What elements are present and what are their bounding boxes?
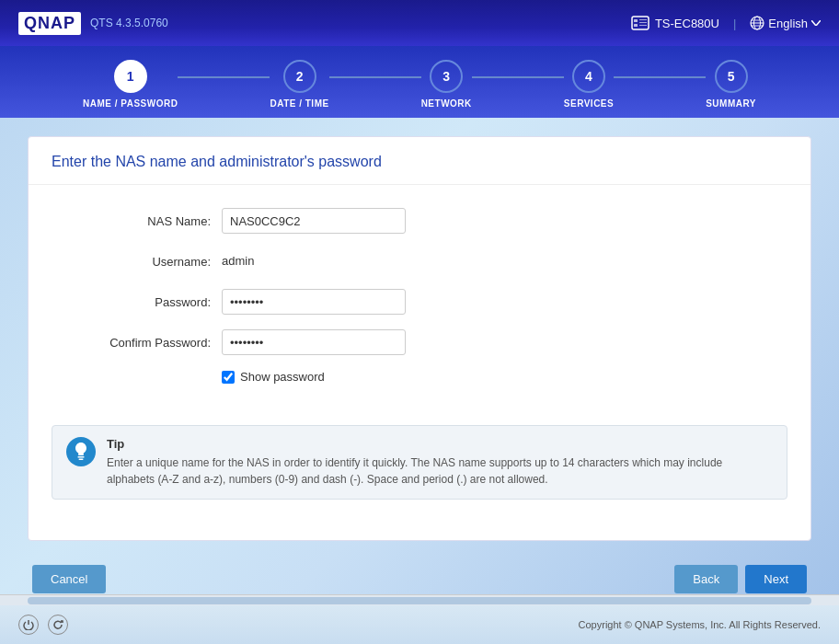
password-row: Password:: [65, 289, 774, 315]
step-1-number: 1: [127, 69, 134, 84]
show-password-label[interactable]: Show password: [240, 370, 325, 384]
copyright-text: Copyright © QNAP Systems, Inc. All Right…: [579, 619, 821, 630]
next-button[interactable]: Next: [745, 565, 807, 593]
footer-area: Copyright © QNAP Systems, Inc. All Right…: [0, 594, 839, 644]
content-header: Enter the NAS name and administrator's p…: [29, 137, 810, 185]
step-4-number: 4: [585, 69, 592, 84]
step-5-label: SUMMARY: [706, 98, 756, 109]
device-name-text: TS-EC880U: [655, 17, 719, 30]
qts-version: QTS 4.3.5.0760: [90, 17, 168, 29]
power-icon[interactable]: [18, 615, 39, 635]
svg-rect-1: [634, 19, 638, 22]
tip-icon: [66, 437, 96, 466]
tip-title: Tip: [107, 437, 773, 451]
nas-icon: [631, 16, 649, 30]
right-buttons: Back Next: [674, 565, 807, 593]
svg-rect-4: [639, 22, 647, 23]
tip-text: Enter a unique name for the NAS in order…: [107, 454, 773, 488]
connector-1-2: [178, 76, 270, 78]
confirm-password-row: Confirm Password:: [65, 329, 774, 355]
scrollbar-thumb[interactable]: [28, 597, 811, 604]
chevron-down-icon: [811, 20, 821, 26]
scrollbar-track[interactable]: [0, 594, 839, 605]
tip-box: Tip Enter a unique name for the NAS in o…: [52, 425, 787, 500]
step-4: 4 SERVICES: [564, 60, 614, 109]
header-right: TS-EC880U | English: [631, 16, 821, 30]
page-title: Enter the NAS name and administrator's p…: [52, 154, 787, 170]
step-5-circle: 5: [715, 60, 748, 93]
password-label: Password:: [65, 295, 222, 309]
step-4-label: SERVICES: [564, 98, 614, 109]
step-5: 5 SUMMARY: [706, 60, 756, 109]
password-input[interactable]: [222, 289, 406, 315]
step-2-label: DATE / TIME: [270, 98, 328, 109]
username-row: Username: admin: [65, 248, 774, 274]
svg-rect-3: [639, 19, 647, 20]
cancel-button[interactable]: Cancel: [32, 565, 106, 593]
svg-rect-5: [639, 25, 647, 26]
language-selector[interactable]: English: [750, 16, 821, 30]
main-content: Enter the NAS name and administrator's p…: [28, 136, 811, 541]
confirm-password-label: Confirm Password:: [65, 336, 222, 350]
footer-bottom: Copyright © QNAP Systems, Inc. All Right…: [0, 605, 839, 644]
connector-4-5: [614, 76, 706, 78]
header-logo: QNAP QTS 4.3.5.0760: [18, 12, 168, 35]
svg-rect-2: [634, 24, 638, 27]
refresh-icon[interactable]: [48, 615, 68, 635]
svg-rect-11: [78, 456, 85, 458]
step-3-circle: 3: [430, 60, 463, 93]
connector-2-3: [329, 76, 421, 78]
header-divider: |: [733, 17, 736, 30]
step-3-number: 3: [442, 69, 450, 84]
connector-3-4: [472, 76, 564, 78]
username-value: admin: [222, 248, 254, 274]
header: QNAP QTS 4.3.5.0760 TS-EC880U |: [0, 0, 839, 46]
username-label: Username:: [65, 255, 222, 269]
qnap-logo-text: QNAP: [18, 12, 81, 35]
footer-icons: [18, 615, 68, 635]
step-2-circle: 2: [283, 60, 316, 93]
content-body: NAS Name: Username: admin Password: Conf…: [29, 185, 810, 425]
action-buttons: Cancel Back Next: [0, 565, 839, 593]
tip-content: Tip Enter a unique name for the NAS in o…: [107, 437, 773, 488]
globe-icon: [750, 16, 764, 30]
step-4-circle: 4: [572, 60, 605, 93]
step-5-number: 5: [728, 69, 735, 84]
step-1: 1 NAME / PASSWORD: [83, 60, 178, 109]
step-1-circle: 1: [114, 60, 147, 93]
step-3-label: NETWORK: [421, 98, 472, 109]
nas-name-label: NAS Name:: [65, 214, 222, 228]
step-2-number: 2: [296, 69, 304, 84]
step-3: 3 NETWORK: [421, 60, 472, 109]
lightbulb-icon: [73, 443, 89, 461]
show-password-checkbox[interactable]: [222, 371, 235, 384]
svg-rect-12: [79, 459, 84, 461]
language-text: English: [768, 17, 808, 30]
steps-bar: 1 NAME / PASSWORD 2 DATE / TIME 3 NETWOR…: [0, 46, 839, 118]
step-2: 2 DATE / TIME: [270, 60, 328, 109]
confirm-password-input[interactable]: [222, 329, 406, 355]
nas-name-row: NAS Name:: [65, 208, 774, 234]
device-name: TS-EC880U: [631, 16, 719, 30]
step-1-label: NAME / PASSWORD: [83, 98, 178, 109]
nas-name-input[interactable]: [222, 208, 406, 234]
back-button[interactable]: Back: [674, 565, 738, 593]
show-password-row: Show password: [222, 370, 774, 384]
